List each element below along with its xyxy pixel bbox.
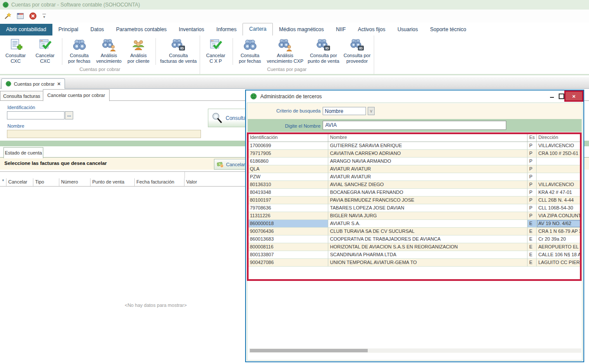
ribbon-tab[interactable]: Médios magnéticos <box>273 24 330 35</box>
ribbon-button[interactable]: Análisisvencimiento CXP <box>265 37 305 65</box>
table-row[interactable]: 6186860 ARANGO NAVIA ARMANDO P <box>248 158 581 165</box>
ribbon-tab[interactable]: Datos <box>84 24 110 35</box>
ribbon-button-icon <box>39 38 52 52</box>
ribbon-button[interactable]: Análisispor cliente <box>124 37 153 65</box>
ribbon-button[interactable]: Consultapor fechas <box>65 37 94 65</box>
nombre-search-input[interactable]: AVIA <box>323 121 506 130</box>
table-row[interactable]: 17000699 GUTIERREZ SARAVIA ENRIQUE P VIL… <box>248 142 581 150</box>
identificacion-input[interactable] <box>7 111 65 119</box>
ribbon-button[interactable]: Consultapor fechas <box>235 37 265 65</box>
table-row[interactable]: 900706436 CLUB TURAVIA SA DE CV SUCURSAL… <box>248 228 581 235</box>
ribbon-button[interactable]: Análisisvencimiento <box>94 37 124 65</box>
ribbon-button[interactable]: Consultafacturas de venta <box>158 37 199 65</box>
table-row[interactable]: 79717905 CAVIATIVA CARRE¥O ADRIANO P CRA… <box>248 150 581 158</box>
table-row[interactable]: 860013683 COOPERATIVA DE TRABAJADORES DE… <box>248 235 581 243</box>
maximize-button[interactable] <box>559 93 564 99</box>
table-row[interactable]: QLA AVIATUR AVIATUR P <box>248 165 581 173</box>
ribbon-tab[interactable]: Inventarios <box>173 24 210 35</box>
nombre-input[interactable] <box>7 130 201 138</box>
table-row[interactable]: 80136310 AVIAL SANCHEZ DIEGO P VILLAVICE… <box>248 181 581 189</box>
ribbon-button[interactable]: CancelarC X P <box>201 37 230 65</box>
ribbon-button-icon <box>9 38 23 52</box>
administracion-de-terceros-dialog: Administración de terceros × Criterio de… <box>245 90 584 362</box>
dialog-titlebar: Administración de terceros <box>246 90 583 102</box>
table-row[interactable]: 80100197 PAVIA BERMUDEZ FRANCISCO JOSE P… <box>248 196 581 204</box>
column-header-es[interactable]: Es <box>528 133 537 142</box>
close-button[interactable]: × <box>564 90 583 102</box>
ribbon-group-label: Cuentas por cobrar <box>1 67 199 74</box>
column-header-nombre[interactable]: Nombre <box>328 133 528 142</box>
ribbon-button[interactable] <box>62 38 62 65</box>
identificacion-label: Identificación <box>7 105 35 110</box>
app-window: Cuentas por cobrar - Software contable (… <box>0 0 589 364</box>
ribbon: ConsultarCXC CancelarCXC Consul <box>0 35 589 74</box>
browse-button[interactable]: ... <box>65 111 73 119</box>
ribbon-tab-bar: Abrir contabilidad Principal Datos Param… <box>0 23 589 35</box>
ribbon-tab[interactable]: Parametros contables <box>110 24 173 35</box>
ribbon-button-icon <box>102 38 116 52</box>
nombre-label: Nombre <box>7 123 24 129</box>
column-header-identificacion[interactable]: Identificación <box>248 133 328 142</box>
column-header-direccion[interactable]: Dirección <box>537 133 581 142</box>
ribbon-button-icon <box>209 38 223 52</box>
scrollbar-thumb[interactable] <box>250 349 368 352</box>
column-header-cancelar[interactable]: Cancelar <box>6 178 33 186</box>
ribbon-tab[interactable]: Abrir contabilidad <box>0 24 52 35</box>
criterio-dropdown[interactable]: Nombre <box>323 107 366 115</box>
ribbon-button-icon <box>73 38 86 52</box>
document-tab-cuentas-por-cobrar[interactable]: Cuentas por cobrar × <box>1 78 65 89</box>
close-tab-icon[interactable]: × <box>57 81 61 87</box>
column-header-tipo[interactable]: Tipo <box>33 178 59 186</box>
ribbon-button[interactable] <box>155 38 156 65</box>
ribbon-button[interactable]: CancelarCXC <box>30 37 60 65</box>
ribbon-button-icon <box>317 38 330 52</box>
close-red-icon[interactable] <box>29 12 37 20</box>
column-header-punto-de-venta[interactable]: Punto de venta <box>91 178 135 186</box>
document-tab-icon <box>6 81 11 87</box>
ribbon-button[interactable]: Consulta porpunto de venta <box>305 37 341 65</box>
ribbon-button[interactable] <box>233 38 233 65</box>
table-row[interactable]: PZW AVIATUR AVIATUR P <box>248 173 581 181</box>
ribbon-button-icon <box>132 38 145 52</box>
horizontal-scrollbar[interactable] <box>249 348 581 353</box>
ribbon-tab[interactable]: Activos fijos <box>352 24 391 35</box>
table-row[interactable]: 800008116 HORIZONTAL DE AVIACION S.A.S E… <box>248 243 581 251</box>
table-row[interactable]: 11311226 BIGLER NAVIA JURG P VIA ZIPA CO… <box>248 212 581 220</box>
table-row[interactable]: 800133807 SCANDINAVIA PHARMA LTDA E CALL… <box>248 251 581 259</box>
document-tab-bar: Cuentas por cobrar × <box>0 77 589 89</box>
ribbon-button-icon <box>350 38 364 52</box>
tab-cancelar-cuenta-por-cobrar[interactable]: Cancelar cuenta por cobrar <box>43 89 110 101</box>
tab-estado-de-cuenta[interactable]: Estado de cuenta <box>3 147 43 158</box>
ribbon-tab[interactable]: NIIF <box>330 24 352 35</box>
column-header-fecha-facturacion[interactable]: Fecha facturación <box>135 178 184 186</box>
criterio-de-busqueda-label: Criterio de busqueda <box>248 108 320 113</box>
wizard-wand-icon[interactable] <box>4 12 12 20</box>
ribbon-button[interactable]: Consulta porproveedor <box>341 37 372 65</box>
table-row[interactable]: 860000018 AVIATUR S.A. E AV 19 NO. 4/62 <box>248 220 581 228</box>
minimize-button[interactable] <box>550 94 554 98</box>
column-header-numero[interactable]: Número <box>59 178 91 186</box>
ribbon-group-label: Cuentas por pagar <box>201 67 373 74</box>
ribbon-group-cuentas-por-cobrar: ConsultarCXC CancelarCXC Consul <box>0 35 200 74</box>
ribbon-tab[interactable]: Cartera <box>243 23 273 35</box>
window-title: Cuentas por cobrar - Software contable (… <box>11 2 140 8</box>
ribbon-button-icon <box>172 38 185 52</box>
tab-consulta-facturas[interactable]: Consulta facturas <box>0 91 43 101</box>
grid-calendar-icon[interactable] <box>16 12 24 20</box>
terceros-table: Identificación Nombre Es Dirección 17000… <box>248 133 581 360</box>
no-data-text: <No hay datos para mostrar> <box>125 303 187 308</box>
toolbar-overflow-chevron-icon[interactable]: ▾ <box>42 14 47 19</box>
table-row[interactable]: 80419348 BOCANEGRA NAVIA FERNANDO P KRA … <box>248 189 581 196</box>
dialog-body: Criterio de busqueda Nombre v Digite el … <box>247 103 583 361</box>
document-tab-label: Cuentas por cobrar <box>14 81 55 87</box>
criterio-row: Criterio de busqueda Nombre v <box>248 103 582 119</box>
ribbon-button[interactable]: ConsultarCXC <box>1 37 30 65</box>
ribbon-tab[interactable]: Principal <box>52 24 84 35</box>
dropdown-chevron-icon[interactable]: v <box>368 107 375 115</box>
ribbon-tab[interactable]: Informes <box>210 24 243 35</box>
table-row[interactable]: 79708636 TABARES LOPEZA JOSE DAVIAN P CL… <box>248 204 581 212</box>
ribbon-tab[interactable]: Usuarios <box>392 24 424 35</box>
ribbon-bottom-divider <box>0 74 589 75</box>
ribbon-tab[interactable]: Soporte técnico <box>424 24 472 35</box>
table-row[interactable]: 900427086 UNION TEMPORAL AVIATUR-GEMA TO… <box>248 259 581 267</box>
